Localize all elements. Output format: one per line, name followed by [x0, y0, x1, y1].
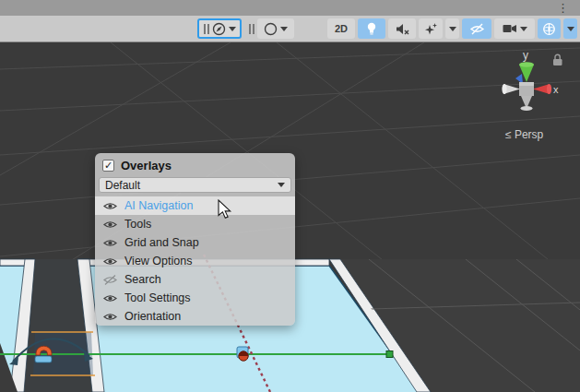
overlay-list: AI Navigation Tools Grid and Snap View O…	[95, 196, 295, 326]
overlay-item-label: Search	[124, 273, 161, 286]
overlay-item-tool-settings[interactable]: Tool Settings	[95, 289, 295, 307]
mouse-cursor	[218, 199, 232, 220]
window-titlebar: ⋮	[0, 0, 580, 16]
overlays-panel: ✓ Overlays Default AI Navigation Tools G…	[95, 153, 295, 326]
gizmos-toggle-button[interactable]	[538, 18, 561, 39]
eye-slash-icon[interactable]	[103, 275, 117, 285]
overlay-item-label: AI Navigation	[124, 199, 193, 212]
chevron-down-icon	[567, 27, 574, 31]
eye-icon[interactable]	[103, 293, 117, 303]
chevron-down-icon	[520, 27, 527, 31]
overlays-panel-header: ✓ Overlays	[95, 153, 295, 175]
overlay-item-view-options[interactable]: View Options	[95, 252, 295, 270]
effects-dropdown-button[interactable]	[445, 18, 459, 39]
overlay-item-search[interactable]: Search	[95, 270, 295, 289]
eye-icon[interactable]	[103, 256, 117, 267]
eye-slash-icon	[469, 23, 485, 35]
overlay-item-ai-navigation[interactable]: AI Navigation	[95, 196, 295, 215]
overlay-item-label: View Options	[124, 255, 192, 267]
chevron-down-icon	[449, 27, 456, 31]
effects-toggle-button[interactable]	[419, 18, 443, 39]
2d-mode-button[interactable]: 2D	[327, 18, 355, 39]
audio-toggle-button[interactable]	[388, 18, 416, 39]
kebab-menu-icon[interactable]: ⋮	[557, 0, 569, 16]
scene-toolbar: 2D	[0, 16, 580, 42]
overlay-preset-value: Default	[105, 179, 278, 192]
overlay-preset-dropdown[interactable]: Default	[99, 177, 291, 193]
drag-handle-icon[interactable]	[204, 24, 209, 34]
lightbulb-icon	[366, 22, 377, 36]
eye-icon[interactable]	[103, 312, 117, 322]
chevron-down-icon	[278, 183, 285, 187]
overlay-item-label: Orientation	[124, 310, 181, 323]
chevron-down-icon	[229, 27, 236, 31]
compass-overlays-icon	[212, 22, 226, 36]
overlay-item-tools[interactable]: Tools	[95, 215, 295, 233]
eye-icon[interactable]	[103, 201, 117, 211]
overlay-item-label: Grid and Snap	[124, 236, 199, 249]
gizmos-dropdown-button[interactable]	[563, 18, 577, 39]
overlay-item-label: Tool Settings	[124, 291, 191, 304]
shaded-sphere-icon	[264, 22, 278, 36]
camera-settings-button[interactable]	[494, 18, 535, 39]
overlays-panel-title: Overlays	[121, 159, 172, 172]
speaker-muted-icon	[396, 23, 409, 35]
axis-y-label: y	[523, 49, 528, 62]
2d-label: 2D	[335, 23, 348, 34]
axis-x-label: x	[553, 84, 559, 95]
drag-handle-icon[interactable]	[249, 24, 254, 34]
overlays-checkbox[interactable]: ✓	[102, 160, 114, 172]
overlays-menu-button[interactable]	[197, 18, 242, 39]
overlay-item-grid-and-snap[interactable]: Grid and Snap	[95, 233, 295, 252]
link-endpoint	[386, 351, 393, 358]
overlay-item-label: Tools	[124, 218, 151, 231]
sparkle-star-icon	[424, 22, 438, 36]
lighting-toggle-button[interactable]	[358, 18, 385, 39]
gizmo-sphere-icon	[542, 22, 556, 36]
scene-visibility-button[interactable]	[462, 18, 491, 39]
projection-toggle[interactable]: ≤ Persp	[505, 128, 544, 141]
eye-icon[interactable]	[103, 238, 117, 248]
video-camera-icon	[503, 23, 517, 34]
chevron-down-icon	[280, 27, 288, 31]
eye-icon[interactable]	[103, 220, 117, 230]
overlay-item-orientation[interactable]: Orientation	[95, 307, 295, 326]
draw-mode-button[interactable]	[257, 18, 294, 39]
